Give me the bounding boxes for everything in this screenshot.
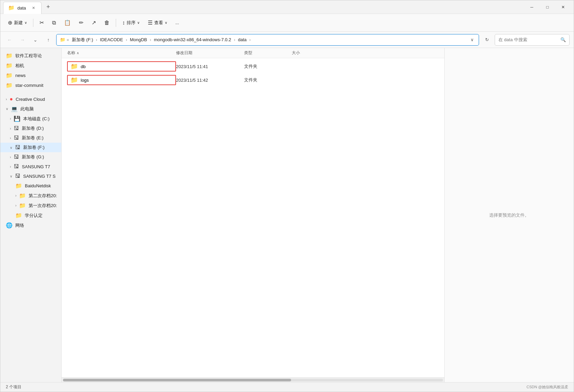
chevron-right-icon: › [6,97,7,101]
scroll-thumb[interactable] [63,379,291,381]
sidebar-item-credit[interactable]: 📁 学分认定 [0,210,61,220]
sidebar-item-baidunetdisk[interactable]: 📁 BaiduNetdisk [0,181,61,191]
main-area: 📁 软件工程导论 📁 相机 📁 news 📁 star-communit › ●… [0,48,574,382]
status-bar: 2 个项目 CSDN @她似晚风般温柔 [0,382,574,392]
new-tab-button[interactable]: + [44,3,53,11]
new-icon: ⊕ [8,19,12,26]
file-explorer-window: 📁 data ✕ + ─ □ ✕ ⊕ 新建 ∨ ✂ ⧉ 📋 ✏ [0,0,574,392]
breadcrumb-dropdown-button[interactable]: ∨ [469,36,475,44]
sidebar-item-c-drive[interactable]: › 💾 本地磁盘 (C:) [0,114,61,124]
tab-title: data [17,5,26,11]
breadcrumb-mongodb[interactable]: MongDB [128,36,148,43]
delete-icon: 🗑 [104,20,110,26]
close-button[interactable]: ✕ [555,2,571,13]
refresh-button[interactable]: ↻ [482,35,492,45]
share-button[interactable]: ↗ [88,17,99,28]
sidebar-item-this-pc[interactable]: ∨ 💻 此电脑 [0,104,61,114]
breadcrumb-mongodb-version[interactable]: mongodb-win32-x86_64-windows-7.0.2 [153,36,233,43]
back-button[interactable]: ← [4,35,15,45]
column-type[interactable]: 类型 [244,50,292,56]
column-date[interactable]: 修改日期 [176,50,244,56]
active-tab[interactable]: 📁 data ✕ [3,2,42,14]
folder-icon: 📁 [70,76,78,84]
column-size-label: 大小 [292,50,300,55]
up-button[interactable]: ↑ [43,35,53,45]
folder-icon: 📁 [6,72,13,79]
view-button[interactable]: ☰ 查看 ∨ [144,17,171,28]
sidebar-label: SANSUNG T7 S [23,174,55,179]
chevron-right-icon: › [10,117,11,121]
chevron-right-icon: › [10,127,11,130]
new-dropdown-icon: ∨ [25,21,27,25]
paste-icon: 📋 [64,19,71,26]
breadcrumb-data[interactable]: data [237,36,248,43]
sidebar-label: 软件工程导论 [15,53,42,59]
drive-icon: 🖫 [14,135,19,141]
chevron-down-icon: ∨ [10,174,12,178]
column-name-label: 名称 [67,50,75,56]
chevron-right-icon: › [15,204,16,207]
sort-button[interactable]: ↕ 排序 ∨ [119,18,143,28]
sidebar-label: 网络 [15,222,24,229]
sidebar-item-d-drive[interactable]: › 🖫 新加卷 (D:) [0,124,61,133]
sidebar-item-star[interactable]: 📁 star-communit [0,80,61,90]
sidebar-item-samsung-t7s[interactable]: ∨ 🖫 SANSUNG T7 S [0,171,61,181]
sidebar-item-news[interactable]: 📁 news [0,70,61,80]
computer-icon: 💻 [11,106,18,112]
sidebar-label: BaiduNetdisk [25,183,51,188]
column-size[interactable]: 大小 [292,50,333,56]
more-button[interactable]: ... [172,18,182,27]
cut-button[interactable]: ✂ [36,17,47,28]
column-name[interactable]: 名称 ∧ [67,50,176,56]
folder-icon: 📁 [15,212,22,219]
view-dropdown-icon: ∨ [165,21,167,25]
tab-close-button[interactable]: ✕ [31,5,36,11]
sidebar-item-archive1[interactable]: › 📁 第一次存档20: [0,201,61,210]
sidebar-label: news [15,73,26,78]
chevron-right-icon: › [10,155,11,159]
file-name-logs: 📁 logs [67,75,176,85]
sort-icon: ↕ [122,20,125,26]
spacer [0,90,61,94]
breadcrumb-bar[interactable]: 📁 « 新加卷 (F:) › IDEACODE › MongDB › mongo… [56,34,479,46]
breadcrumb-f-drive[interactable]: 新加卷 (F:) [70,36,95,44]
column-type-label: 类型 [244,50,252,55]
sidebar-item-samsung-t7[interactable]: › 🖫 SANSUNG T7 [0,162,61,171]
new-label: 新建 [14,20,23,26]
forward-button[interactable]: → [17,35,28,45]
new-button[interactable]: ⊕ 新建 ∨ [4,17,30,28]
sidebar-item-e-drive[interactable]: › 🖫 新加卷 (E:) [0,133,61,143]
search-input[interactable] [498,37,558,42]
sidebar-item-creative-cloud[interactable]: › ● Creative Cloud [0,94,61,104]
paste-button[interactable]: 📋 [61,17,74,28]
minimize-button[interactable]: ─ [524,2,540,13]
recent-locations-button[interactable]: ⌄ [30,35,41,45]
folder-icon: 📁 [19,202,26,209]
search-icon: 🔍 [560,37,566,42]
copy-icon: ⧉ [52,20,56,26]
maximize-button[interactable]: □ [540,2,555,13]
sidebar-item-f-drive[interactable]: ∨ 🖫 新加卷 (F:) [0,143,61,152]
rename-button[interactable]: ✏ [76,17,87,28]
horizontal-scrollbar[interactable] [62,377,444,382]
file-type-db: 文件夹 [244,63,292,69]
sidebar-item-camera[interactable]: 📁 相机 [0,61,61,70]
sidebar-item-software[interactable]: 📁 软件工程导论 [0,51,61,61]
copy-button[interactable]: ⧉ [49,18,59,28]
cut-icon: ✂ [39,19,44,26]
delete-button[interactable]: 🗑 [101,18,113,28]
creative-cloud-icon: ● [10,96,13,102]
table-row[interactable]: 📁 logs 2023/11/5 11:42 文件夹 [62,73,444,87]
watermark: CSDN @她似晚风般温柔 [527,385,568,390]
item-count: 2 个项目 [6,384,21,390]
sidebar-item-g-drive[interactable]: › 🖫 新加卷 (G:) [0,152,61,162]
table-row[interactable]: 📁 db 2023/11/5 11:41 文件夹 [62,60,444,73]
sidebar-item-archive2[interactable]: › 📁 第二次存档20: [0,191,61,201]
breadcrumb-ideacode[interactable]: IDEACODE [99,36,125,43]
sidebar-label: 第一次存档20: [29,203,57,209]
network-icon: 🌐 [6,222,13,229]
folder-icon: 📁 [6,82,13,89]
sidebar-item-network[interactable]: 🌐 网络 [0,220,61,230]
search-box[interactable]: 🔍 [495,34,570,46]
more-label: ... [175,20,179,25]
